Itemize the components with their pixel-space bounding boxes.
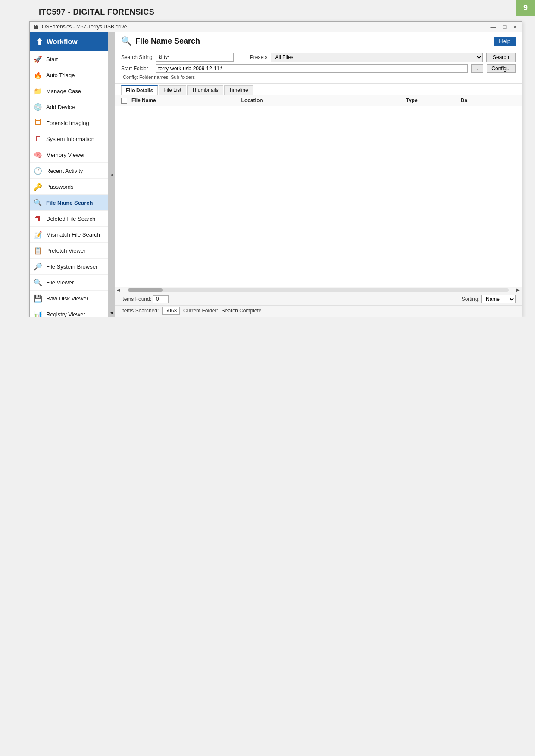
search-string-input[interactable] bbox=[156, 53, 234, 62]
sidebar-item-registry-viewer[interactable]: 📊 Registry Viewer bbox=[30, 306, 115, 317]
sidebar-item-deleted-file-search[interactable]: 🗑 Deleted File Search bbox=[30, 211, 115, 227]
passwords-icon: 🔑 bbox=[33, 182, 43, 191]
page-number: 9 bbox=[516, 0, 535, 16]
sidebar-item-forensic-imaging[interactable]: 🖼 Forensic Imaging bbox=[30, 115, 115, 131]
registry-viewer-icon: 📊 bbox=[33, 309, 43, 317]
items-searched-value: 5063 bbox=[162, 307, 180, 315]
sidebar-label-prefetch-viewer: Prefetch Viewer bbox=[46, 247, 86, 254]
scroll-left-button[interactable]: ◀ bbox=[115, 287, 122, 292]
sidebar-collapse-bottom[interactable]: ◄ bbox=[108, 308, 115, 317]
deleted-file-search-icon: 🗑 bbox=[33, 214, 43, 223]
table-header: File Name Location Type Da bbox=[115, 95, 522, 106]
help-button[interactable]: Help bbox=[494, 37, 516, 46]
presets-label: Presets bbox=[250, 54, 268, 60]
start-folder-input[interactable] bbox=[156, 64, 468, 73]
memory-viewer-icon: 🧠 bbox=[33, 150, 43, 159]
items-found-label: Items Found: bbox=[121, 296, 151, 302]
window-title: OSForensics - M57-Terrys USB drive bbox=[42, 24, 127, 30]
scroll-right-button[interactable]: ▶ bbox=[515, 287, 522, 292]
raw-disk-viewer-icon: 💾 bbox=[33, 294, 43, 303]
sidebar-label-registry-viewer: Registry Viewer bbox=[46, 311, 85, 317]
sidebar: ⬆ Workflow ◄ 🚀 Start 🔥 Auto Triage 📁 Man… bbox=[30, 32, 115, 317]
sidebar-label-file-system-browser: File System Browser bbox=[46, 263, 97, 270]
current-folder-label: Current Folder: bbox=[183, 308, 218, 314]
start-icon: 🚀 bbox=[33, 54, 43, 64]
results-area bbox=[115, 106, 522, 287]
minimize-button[interactable]: — bbox=[489, 24, 498, 30]
sidebar-collapse-button[interactable]: ◄ bbox=[108, 32, 115, 317]
header-checkbox[interactable] bbox=[121, 98, 127, 104]
recent-activity-icon: 🕐 bbox=[33, 166, 43, 175]
sidebar-label-memory-viewer: Memory Viewer bbox=[46, 152, 85, 158]
main-header: 🔍 File Name Search Help bbox=[115, 32, 522, 49]
sidebar-item-add-device[interactable]: 💿 Add Device bbox=[30, 99, 115, 115]
add-device-icon: 💿 bbox=[33, 102, 43, 112]
search-string-row: Search String Presets All Files Search bbox=[121, 53, 516, 62]
sidebar-label-recent-activity: Recent Activity bbox=[46, 168, 83, 174]
folder-browse-button[interactable]: ... bbox=[471, 64, 483, 73]
sidebar-item-raw-disk-viewer[interactable]: 💾 Raw Disk Viewer bbox=[30, 291, 115, 306]
config-button[interactable]: Config... bbox=[487, 64, 516, 73]
search-form: Search String Presets All Files Search S… bbox=[115, 49, 522, 84]
col-header-location: Location bbox=[241, 97, 406, 103]
search-button[interactable]: Search bbox=[486, 53, 516, 62]
sidebar-label-raw-disk-viewer: Raw Disk Viewer bbox=[46, 295, 88, 302]
auto-triage-icon: 🔥 bbox=[33, 70, 43, 80]
sidebar-item-file-viewer[interactable]: 🔍 File Viewer bbox=[30, 275, 115, 291]
sidebar-item-passwords[interactable]: 🔑 Passwords bbox=[30, 179, 115, 195]
presets-select[interactable]: All Files bbox=[271, 53, 483, 62]
maximize-button[interactable]: □ bbox=[501, 24, 508, 30]
status-bar-row2: Items Searched: 5063 Current Folder: Sea… bbox=[115, 305, 522, 317]
tab-file-list[interactable]: File List bbox=[159, 85, 186, 95]
sidebar-item-auto-triage[interactable]: 🔥 Auto Triage bbox=[30, 67, 115, 83]
col-header-filename: File Name bbox=[131, 97, 241, 103]
sidebar-item-file-system-browser[interactable]: 🔎 File System Browser bbox=[30, 259, 115, 275]
app-window: 🖥 OSForensics - M57-Terrys USB drive — □… bbox=[29, 21, 522, 317]
col-header-date: Da bbox=[461, 97, 516, 103]
file-system-browser-icon: 🔎 bbox=[33, 262, 43, 271]
config-text: Config: Folder names, Sub folders bbox=[121, 75, 516, 80]
system-information-icon: 🖥 bbox=[33, 134, 43, 144]
horizontal-scrollbar[interactable]: ◀ ▶ bbox=[115, 287, 522, 293]
sidebar-item-system-information[interactable]: 🖥 System Information bbox=[30, 131, 115, 147]
mismatch-file-search-icon: 📝 bbox=[33, 230, 43, 239]
tab-thumbnails[interactable]: Thumbnails bbox=[187, 85, 223, 95]
sorting-label: Sorting: bbox=[462, 296, 479, 302]
items-found-value: 0 bbox=[153, 295, 169, 303]
sidebar-item-start[interactable]: 🚀 Start bbox=[30, 51, 115, 67]
sidebar-label-mismatch-file-search: Mismatch File Search bbox=[46, 231, 100, 238]
sidebar-label-auto-triage: Auto Triage bbox=[46, 72, 75, 78]
main-title: File Name Search bbox=[135, 37, 200, 46]
sidebar-label-forensic-imaging: Forensic Imaging bbox=[46, 120, 89, 126]
sidebar-item-mismatch-file-search[interactable]: 📝 Mismatch File Search bbox=[30, 227, 115, 243]
prefetch-viewer-icon: 📋 bbox=[33, 246, 43, 255]
app-icon: 🖥 bbox=[33, 23, 39, 30]
items-searched-label: Items Searched: bbox=[121, 308, 159, 314]
items-found-item: Items Found: 0 bbox=[121, 295, 169, 303]
title-bar: 🖥 OSForensics - M57-Terrys USB drive — □… bbox=[30, 22, 522, 32]
sorting-select[interactable]: Name bbox=[481, 295, 516, 303]
sidebar-item-prefetch-viewer[interactable]: 📋 Prefetch Viewer bbox=[30, 243, 115, 259]
current-folder-value: Search Complete bbox=[222, 308, 262, 314]
tab-file-details[interactable]: File Details bbox=[121, 85, 158, 95]
scrollbar-track[interactable] bbox=[128, 288, 509, 292]
scrollbar-thumb[interactable] bbox=[128, 288, 163, 292]
sorting-item: Sorting: Name bbox=[462, 295, 516, 303]
main-header-left: 🔍 File Name Search bbox=[121, 36, 200, 46]
sidebar-item-recent-activity[interactable]: 🕐 Recent Activity bbox=[30, 163, 115, 179]
col-header-type: Type bbox=[406, 97, 460, 103]
sidebar-label-file-viewer: File Viewer bbox=[46, 279, 74, 286]
sidebar-item-file-name-search[interactable]: 🔍 File Name Search bbox=[30, 195, 115, 211]
close-button[interactable]: × bbox=[511, 24, 518, 30]
result-tabs: File Details File List Thumbnails Timeli… bbox=[115, 84, 522, 95]
sidebar-item-manage-case[interactable]: 📁 Manage Case bbox=[30, 83, 115, 99]
col-header-check bbox=[121, 97, 131, 104]
sidebar-label-passwords: Passwords bbox=[46, 184, 74, 190]
sidebar-label-manage-case: Manage Case bbox=[46, 88, 81, 94]
start-folder-label: Start Folder bbox=[121, 66, 152, 72]
title-bar-left: 🖥 OSForensics - M57-Terrys USB drive bbox=[33, 23, 127, 30]
sidebar-item-memory-viewer[interactable]: 🧠 Memory Viewer bbox=[30, 147, 115, 163]
sidebar-label-deleted-file-search: Deleted File Search bbox=[46, 216, 95, 222]
tab-timeline[interactable]: Timeline bbox=[224, 85, 253, 95]
manage-case-icon: 📁 bbox=[33, 86, 43, 96]
